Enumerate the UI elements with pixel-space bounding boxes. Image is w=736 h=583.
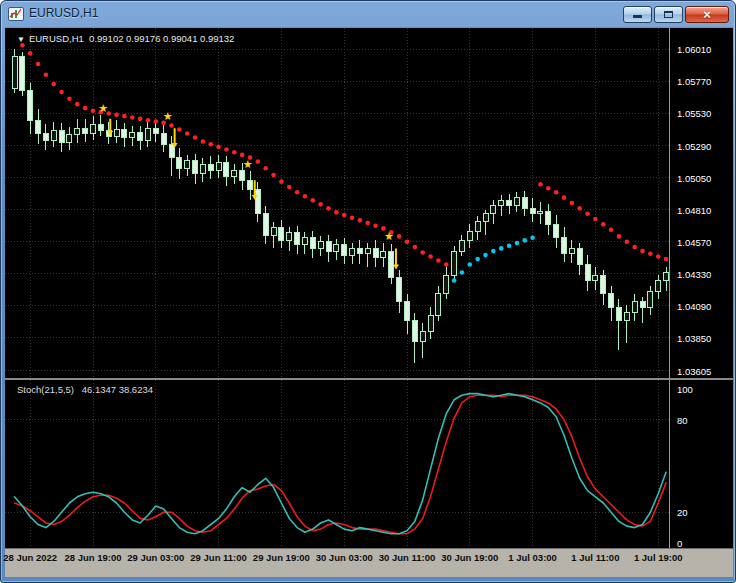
chevron-down-icon[interactable]: ▼: [17, 35, 25, 44]
candle-body: [263, 214, 268, 235]
window-titlebar[interactable]: EURUSD,H1 ×: [1, 1, 735, 27]
stochastic-readout: Stoch(21,5,5) 46.1347 38.6234: [17, 384, 153, 395]
candle-body: [593, 275, 598, 280]
trend-dot-down: [83, 106, 88, 111]
candle-body: [271, 227, 276, 235]
candle-body: [507, 200, 512, 205]
star-signal-icon: ★: [163, 110, 173, 123]
stochastic-values: 46.1347 38.6234: [82, 384, 153, 395]
candle-body: [295, 232, 300, 244]
trend-dot-down: [656, 254, 661, 259]
trend-dot-down: [342, 213, 347, 218]
candle-body: [609, 294, 614, 307]
time-axis[interactable]: 28 Jun 202228 Jun 19:0029 Jun 03:0029 Ju…: [5, 548, 733, 577]
candle-body: [577, 248, 582, 264]
candle-body: [326, 242, 331, 251]
trend-dot-down: [287, 185, 292, 190]
star-signal-icon: ★: [243, 158, 253, 171]
candle-body: [255, 190, 260, 214]
candle-body: [436, 294, 441, 315]
time-axis-label: 28 Jun 19:00: [64, 552, 121, 563]
trend-dot-down: [263, 166, 268, 171]
stoch-axis-label: 100: [677, 384, 693, 395]
time-axis-label: 1 Jul 19:00: [634, 552, 683, 563]
candle-body: [491, 206, 496, 214]
trend-dot-up: [483, 253, 488, 258]
candle-body: [483, 214, 488, 222]
trend-dot-down: [44, 72, 49, 77]
candle-body: [161, 134, 166, 145]
trend-dot-down: [271, 173, 276, 178]
candle-body: [318, 242, 323, 249]
trend-dot-down: [640, 249, 645, 254]
candle-body: [28, 91, 33, 120]
trend-dot-down: [36, 62, 41, 67]
candle-body: [499, 200, 504, 205]
candle-body: [310, 238, 315, 249]
star-signal-icon: ★: [384, 230, 394, 243]
trend-dot-down: [664, 257, 669, 262]
chart-window-icon[interactable]: [8, 6, 24, 22]
trend-dot-down: [577, 206, 582, 211]
trend-dot-down: [91, 109, 96, 114]
price-axis[interactable]: 1.060101.057701.055301.052901.050501.048…: [669, 28, 733, 378]
trend-dot-down: [303, 194, 308, 199]
candle-body: [601, 275, 606, 294]
candle-body: [177, 158, 182, 169]
candle-body: [569, 248, 574, 253]
trend-dot-up: [468, 262, 473, 267]
chart-content: ★★★★ ▼EURUSD,H1 0.99102 0.99176 0.99041 …: [5, 27, 733, 577]
trend-dot-down: [216, 145, 221, 150]
trend-dot-down: [617, 234, 622, 239]
main-price-plot[interactable]: ★★★★: [5, 28, 669, 378]
candle-body: [185, 160, 190, 168]
price-axis-label: 1.04090: [677, 301, 711, 312]
candle-body: [193, 160, 198, 173]
minimize-button[interactable]: [623, 6, 652, 23]
trend-dot-down: [130, 115, 135, 120]
trend-dot-down: [169, 123, 174, 128]
trend-dot-up: [522, 238, 527, 243]
candle-body: [412, 321, 417, 342]
trend-dot-down: [350, 215, 355, 220]
trend-dot-down: [444, 262, 449, 267]
trend-dot-down: [601, 222, 606, 227]
candle-body: [36, 120, 41, 133]
price-axis-label: 1.03850: [677, 333, 711, 344]
price-axis-label: 1.06010: [677, 44, 711, 55]
time-axis-label: 30 Jun 03:00: [316, 552, 373, 563]
candle-body: [546, 211, 551, 224]
trend-dot-down: [51, 82, 56, 87]
maximize-button[interactable]: [654, 6, 683, 23]
candle-body: [208, 164, 213, 171]
candle-body: [287, 232, 292, 240]
candle-body: [122, 130, 127, 138]
trend-dot-down: [648, 251, 653, 256]
stochastic-plot[interactable]: [5, 380, 669, 548]
candle-body: [91, 124, 96, 133]
trend-dot-down: [295, 190, 300, 195]
candle-body: [389, 251, 394, 278]
close-icon: ×: [703, 7, 711, 22]
candle-body: [302, 238, 307, 245]
candle-body: [153, 128, 158, 133]
trend-dot-down: [358, 218, 363, 223]
candle-body: [640, 302, 645, 307]
candle-body: [200, 164, 205, 173]
close-button[interactable]: ×: [685, 6, 729, 23]
trend-dot-down: [585, 211, 590, 216]
trend-dot-down: [232, 150, 237, 155]
trend-dot-down: [436, 258, 441, 263]
trend-dot-down: [593, 217, 598, 222]
candle-body: [43, 134, 48, 141]
window-title: EURUSD,H1: [29, 1, 98, 27]
candle-body: [224, 163, 229, 176]
candle-body: [554, 224, 559, 237]
trend-dot-down: [318, 202, 323, 207]
trend-dot-down: [75, 102, 80, 107]
chart-symbol-label: EURUSD,H1: [29, 33, 84, 44]
chart-ohlc-readout: ▼EURUSD,H1 0.99102 0.99176 0.99041 0.991…: [17, 33, 234, 44]
candle-body: [616, 307, 621, 320]
candle-body: [538, 211, 543, 214]
trend-dot-down: [146, 118, 151, 123]
